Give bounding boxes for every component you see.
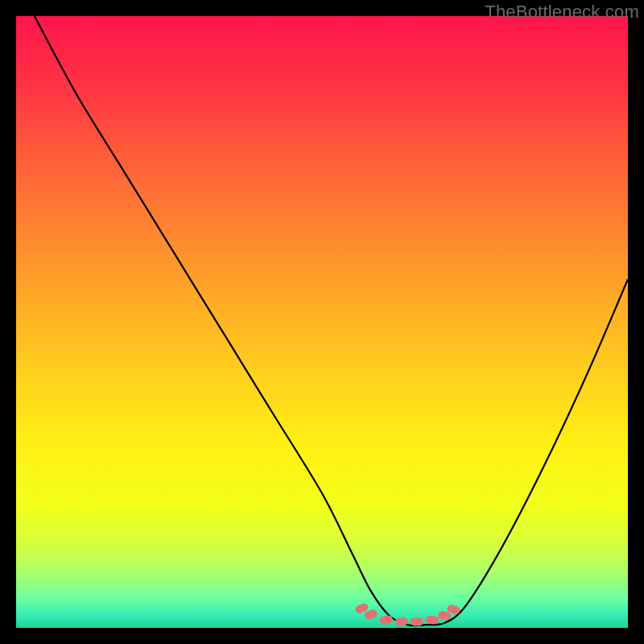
gradient-background — [16, 16, 628, 628]
chart-frame — [16, 16, 628, 628]
marker-dot — [411, 617, 423, 625]
bottleneck-chart — [16, 16, 628, 628]
watermark-text: TheBottleneck.com — [485, 2, 639, 23]
